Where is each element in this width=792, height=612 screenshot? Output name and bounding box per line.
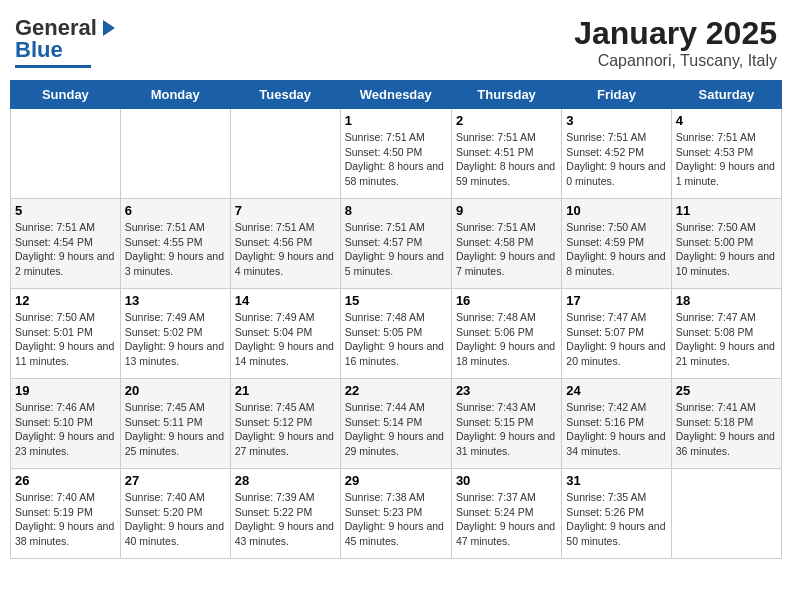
day-info: Sunrise: 7:51 AMSunset: 4:55 PMDaylight:… [125,220,226,279]
day-info: Sunrise: 7:51 AMSunset: 4:54 PMDaylight:… [15,220,116,279]
table-row: 18Sunrise: 7:47 AMSunset: 5:08 PMDayligh… [671,289,781,379]
day-info: Sunrise: 7:42 AMSunset: 5:16 PMDaylight:… [566,400,666,459]
table-row: 4Sunrise: 7:51 AMSunset: 4:53 PMDaylight… [671,109,781,199]
col-sunday: Sunday [11,81,121,109]
day-info: Sunrise: 7:46 AMSunset: 5:10 PMDaylight:… [15,400,116,459]
page-header: General Blue January 2025 Capannori, Tus… [10,10,782,70]
col-saturday: Saturday [671,81,781,109]
day-number: 20 [125,383,226,398]
day-info: Sunrise: 7:51 AMSunset: 4:51 PMDaylight:… [456,130,557,189]
table-row [120,109,230,199]
table-row [671,469,781,559]
calendar-subtitle: Capannori, Tuscany, Italy [574,52,777,70]
table-row: 3Sunrise: 7:51 AMSunset: 4:52 PMDaylight… [562,109,671,199]
day-number: 12 [15,293,116,308]
day-number: 15 [345,293,447,308]
day-number: 30 [456,473,557,488]
table-row: 1Sunrise: 7:51 AMSunset: 4:50 PMDaylight… [340,109,451,199]
day-info: Sunrise: 7:49 AMSunset: 5:02 PMDaylight:… [125,310,226,369]
table-row: 28Sunrise: 7:39 AMSunset: 5:22 PMDayligh… [230,469,340,559]
day-info: Sunrise: 7:51 AMSunset: 4:57 PMDaylight:… [345,220,447,279]
day-info: Sunrise: 7:43 AMSunset: 5:15 PMDaylight:… [456,400,557,459]
logo-underline [15,65,91,68]
day-number: 31 [566,473,666,488]
day-number: 27 [125,473,226,488]
table-row: 14Sunrise: 7:49 AMSunset: 5:04 PMDayligh… [230,289,340,379]
day-info: Sunrise: 7:40 AMSunset: 5:19 PMDaylight:… [15,490,116,549]
day-info: Sunrise: 7:47 AMSunset: 5:07 PMDaylight:… [566,310,666,369]
day-number: 13 [125,293,226,308]
day-info: Sunrise: 7:38 AMSunset: 5:23 PMDaylight:… [345,490,447,549]
day-number: 11 [676,203,777,218]
table-row: 15Sunrise: 7:48 AMSunset: 5:05 PMDayligh… [340,289,451,379]
title-block: January 2025 Capannori, Tuscany, Italy [574,15,777,70]
logo-triangle-icon [97,18,117,38]
col-friday: Friday [562,81,671,109]
table-row: 24Sunrise: 7:42 AMSunset: 5:16 PMDayligh… [562,379,671,469]
col-tuesday: Tuesday [230,81,340,109]
day-info: Sunrise: 7:40 AMSunset: 5:20 PMDaylight:… [125,490,226,549]
table-row: 8Sunrise: 7:51 AMSunset: 4:57 PMDaylight… [340,199,451,289]
day-number: 2 [456,113,557,128]
table-row [230,109,340,199]
calendar-week-row: 1Sunrise: 7:51 AMSunset: 4:50 PMDaylight… [11,109,782,199]
day-number: 10 [566,203,666,218]
calendar-header-row: Sunday Monday Tuesday Wednesday Thursday… [11,81,782,109]
table-row: 7Sunrise: 7:51 AMSunset: 4:56 PMDaylight… [230,199,340,289]
calendar-table: Sunday Monday Tuesday Wednesday Thursday… [10,80,782,559]
day-number: 6 [125,203,226,218]
table-row: 23Sunrise: 7:43 AMSunset: 5:15 PMDayligh… [451,379,561,469]
day-info: Sunrise: 7:47 AMSunset: 5:08 PMDaylight:… [676,310,777,369]
day-info: Sunrise: 7:51 AMSunset: 4:52 PMDaylight:… [566,130,666,189]
day-number: 26 [15,473,116,488]
calendar-title: January 2025 [574,15,777,52]
day-number: 7 [235,203,336,218]
logo-blue-text: Blue [15,37,63,63]
table-row: 29Sunrise: 7:38 AMSunset: 5:23 PMDayligh… [340,469,451,559]
day-number: 17 [566,293,666,308]
day-number: 28 [235,473,336,488]
day-number: 9 [456,203,557,218]
svg-marker-0 [103,20,115,36]
day-info: Sunrise: 7:39 AMSunset: 5:22 PMDaylight:… [235,490,336,549]
day-number: 5 [15,203,116,218]
day-number: 23 [456,383,557,398]
table-row: 21Sunrise: 7:45 AMSunset: 5:12 PMDayligh… [230,379,340,469]
day-info: Sunrise: 7:41 AMSunset: 5:18 PMDaylight:… [676,400,777,459]
table-row [11,109,121,199]
day-info: Sunrise: 7:48 AMSunset: 5:05 PMDaylight:… [345,310,447,369]
day-info: Sunrise: 7:51 AMSunset: 4:58 PMDaylight:… [456,220,557,279]
table-row: 16Sunrise: 7:48 AMSunset: 5:06 PMDayligh… [451,289,561,379]
day-number: 19 [15,383,116,398]
calendar-week-row: 12Sunrise: 7:50 AMSunset: 5:01 PMDayligh… [11,289,782,379]
table-row: 26Sunrise: 7:40 AMSunset: 5:19 PMDayligh… [11,469,121,559]
table-row: 13Sunrise: 7:49 AMSunset: 5:02 PMDayligh… [120,289,230,379]
day-number: 14 [235,293,336,308]
logo: General Blue [15,15,117,68]
table-row: 20Sunrise: 7:45 AMSunset: 5:11 PMDayligh… [120,379,230,469]
day-number: 4 [676,113,777,128]
day-info: Sunrise: 7:50 AMSunset: 5:01 PMDaylight:… [15,310,116,369]
table-row: 2Sunrise: 7:51 AMSunset: 4:51 PMDaylight… [451,109,561,199]
day-info: Sunrise: 7:50 AMSunset: 4:59 PMDaylight:… [566,220,666,279]
calendar-week-row: 19Sunrise: 7:46 AMSunset: 5:10 PMDayligh… [11,379,782,469]
day-info: Sunrise: 7:51 AMSunset: 4:50 PMDaylight:… [345,130,447,189]
day-info: Sunrise: 7:37 AMSunset: 5:24 PMDaylight:… [456,490,557,549]
day-info: Sunrise: 7:44 AMSunset: 5:14 PMDaylight:… [345,400,447,459]
table-row: 19Sunrise: 7:46 AMSunset: 5:10 PMDayligh… [11,379,121,469]
day-number: 25 [676,383,777,398]
day-number: 22 [345,383,447,398]
table-row: 31Sunrise: 7:35 AMSunset: 5:26 PMDayligh… [562,469,671,559]
table-row: 17Sunrise: 7:47 AMSunset: 5:07 PMDayligh… [562,289,671,379]
day-info: Sunrise: 7:48 AMSunset: 5:06 PMDaylight:… [456,310,557,369]
day-number: 18 [676,293,777,308]
calendar-week-row: 26Sunrise: 7:40 AMSunset: 5:19 PMDayligh… [11,469,782,559]
table-row: 25Sunrise: 7:41 AMSunset: 5:18 PMDayligh… [671,379,781,469]
day-number: 8 [345,203,447,218]
day-number: 3 [566,113,666,128]
table-row: 30Sunrise: 7:37 AMSunset: 5:24 PMDayligh… [451,469,561,559]
calendar-week-row: 5Sunrise: 7:51 AMSunset: 4:54 PMDaylight… [11,199,782,289]
table-row: 9Sunrise: 7:51 AMSunset: 4:58 PMDaylight… [451,199,561,289]
day-info: Sunrise: 7:51 AMSunset: 4:53 PMDaylight:… [676,130,777,189]
day-number: 29 [345,473,447,488]
